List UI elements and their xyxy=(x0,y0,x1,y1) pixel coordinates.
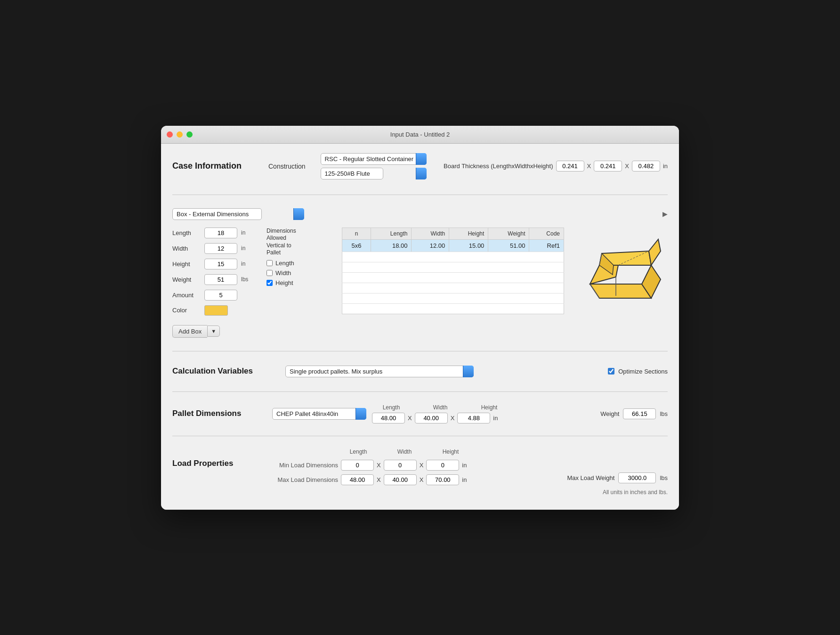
length-input[interactable] xyxy=(204,228,237,238)
divider-1 xyxy=(172,195,668,195)
thickness-height-input[interactable] xyxy=(632,161,660,171)
svg-marker-5 xyxy=(649,239,661,265)
pallet-row: Pallet Dimensions CHEP Pallet 48inx40inS… xyxy=(172,404,668,423)
width-label: Width xyxy=(172,245,201,252)
height-input[interactable] xyxy=(204,259,237,269)
thickness-length-input[interactable] xyxy=(556,161,584,171)
table-body: 5x6 18.00 12.00 15.00 51.00 Ref1 xyxy=(342,239,564,314)
pallet-x2: X xyxy=(451,415,455,422)
height-checkbox-label: Height xyxy=(275,279,293,286)
min-height-input[interactable] xyxy=(426,460,459,471)
color-swatch[interactable] xyxy=(204,305,228,316)
add-box-main-button[interactable]: Add Box xyxy=(172,325,207,338)
footer-note: All units in inches and lbs. xyxy=(172,485,668,496)
cell-height: 15.00 xyxy=(449,239,488,252)
load-row: Load Properties Length Width Height Min … xyxy=(172,448,668,485)
pallet-select[interactable]: CHEP Pallet 48inx40inStandard 48x40Euro … xyxy=(272,408,366,420)
amount-input[interactable] xyxy=(204,290,237,301)
load-inputs-section: Length Width Height Min Load Dimensions … xyxy=(272,448,467,485)
width-checkbox[interactable] xyxy=(267,270,273,276)
load-height-col-label: Height xyxy=(434,448,467,455)
min-width-input[interactable] xyxy=(384,460,417,471)
pallet-height-input[interactable] xyxy=(457,413,490,423)
weight-input[interactable] xyxy=(204,274,237,285)
cell-n: 5x6 xyxy=(342,239,371,252)
min-length-input[interactable] xyxy=(341,460,374,471)
col-height: Height xyxy=(449,228,488,239)
cell-code: Ref1 xyxy=(529,239,564,252)
box-main-row: Length in Width in Height in xyxy=(172,228,668,338)
pallet-weight-section: Weight lbs xyxy=(600,408,668,419)
box-dimensions-select[interactable]: Box - External DimensionsBox - Internal … xyxy=(172,208,262,220)
col-length: Length xyxy=(371,228,412,239)
close-button[interactable] xyxy=(167,131,173,138)
add-box-dropdown-button[interactable]: ▼ xyxy=(207,326,220,337)
box-svg xyxy=(576,228,665,331)
color-input-row: Color xyxy=(172,305,257,316)
max-load-weight-input[interactable] xyxy=(618,472,656,483)
min-load-row: Min Load Dimensions X X in xyxy=(272,460,467,471)
board-thickness-label: Board Thickness (LengthxWidthxHeight) xyxy=(444,163,553,170)
flute-select-arrow-icon xyxy=(416,168,427,179)
max-unit: in xyxy=(462,476,467,483)
height-checkbox[interactable] xyxy=(267,280,273,286)
pallet-dim-labels: Length Width Height xyxy=(373,404,506,411)
max-load-weight-unit: lbs xyxy=(660,474,668,481)
cell-weight: 51.00 xyxy=(488,239,529,252)
max-width-input[interactable] xyxy=(384,474,417,485)
calc-vars-select[interactable]: Single product pallets. Mix surplusSingl… xyxy=(285,366,464,377)
pallet-weight-input[interactable] xyxy=(623,408,656,419)
length-label: Length xyxy=(172,229,201,236)
col-code: Code xyxy=(529,228,564,239)
pallet-weight-unit: lbs xyxy=(660,410,668,417)
construction-dropdowns: RSC - Regular Slotted Container 125-250#… xyxy=(321,153,427,179)
box-external-section: Box - External DimensionsBox - Internal … xyxy=(172,203,668,343)
thickness-width-input[interactable] xyxy=(594,161,622,171)
table-row-empty xyxy=(342,293,564,303)
calc-vars-select-wrapper: Single product pallets. Mix surplusSingl… xyxy=(285,366,474,377)
maximize-button[interactable] xyxy=(186,131,193,138)
construction-select-wrapper: RSC - Regular Slotted Container xyxy=(321,153,427,165)
pallet-weight-label: Weight xyxy=(600,410,619,417)
table-header: n Length Width Height Weight Code xyxy=(342,228,564,239)
pallet-inputs-section: Length Width Height X X in xyxy=(372,404,506,423)
load-title: Load Properties xyxy=(172,448,267,468)
pallet-length-input[interactable] xyxy=(372,413,405,423)
case-info-title: Case Information xyxy=(172,161,257,171)
optimize-section: Optimize Sections xyxy=(608,368,668,375)
window-controls xyxy=(167,131,193,138)
dimensions-allowed-title: Dimensions Allowed Vertical to Pallet xyxy=(267,228,332,257)
cell-length: 18.00 xyxy=(371,239,412,252)
width-checkbox-row: Width xyxy=(267,269,332,277)
minimize-button[interactable] xyxy=(177,131,183,138)
table-row-empty xyxy=(342,303,564,314)
divider-4 xyxy=(172,436,668,436)
divider-2 xyxy=(172,351,668,351)
max-length-input[interactable] xyxy=(341,474,374,485)
max-height-input[interactable] xyxy=(426,474,459,485)
flute-select-wrapper: 125-250#B Flute xyxy=(321,168,427,179)
pallet-height-label: Height xyxy=(473,404,506,411)
box-illustration xyxy=(573,228,668,331)
length-checkbox-label: Length xyxy=(275,260,294,267)
col-n: n xyxy=(342,228,371,239)
length-checkbox[interactable] xyxy=(267,260,273,266)
optimize-checkbox[interactable] xyxy=(608,368,614,374)
calc-vars-section: Calculation Variables Single product pal… xyxy=(172,359,668,384)
chevron-right-icon[interactable]: ▶ xyxy=(662,210,668,218)
flute-select[interactable]: 125-250#B Flute xyxy=(321,168,383,179)
svg-marker-0 xyxy=(590,284,651,298)
col-width: Width xyxy=(412,228,449,239)
amount-input-row: Amount xyxy=(172,290,257,301)
construction-select[interactable]: RSC - Regular Slotted Container xyxy=(321,153,427,165)
box-dim-arrow-up-icon xyxy=(298,212,301,214)
max-x2: X xyxy=(420,476,424,483)
table-row[interactable]: 5x6 18.00 12.00 15.00 51.00 Ref1 xyxy=(342,239,564,252)
pallet-width-input[interactable] xyxy=(415,413,448,423)
main-content: Case Information Construction RSC - Regu… xyxy=(161,144,679,510)
width-input[interactable] xyxy=(204,243,237,254)
width-checkbox-label: Width xyxy=(275,269,291,277)
pallet-dimensions-section: Pallet Dimensions CHEP Pallet 48inx40inS… xyxy=(172,399,668,428)
thickness-unit: in xyxy=(663,163,668,170)
box-header-row: Box - External DimensionsBox - Internal … xyxy=(172,208,668,220)
